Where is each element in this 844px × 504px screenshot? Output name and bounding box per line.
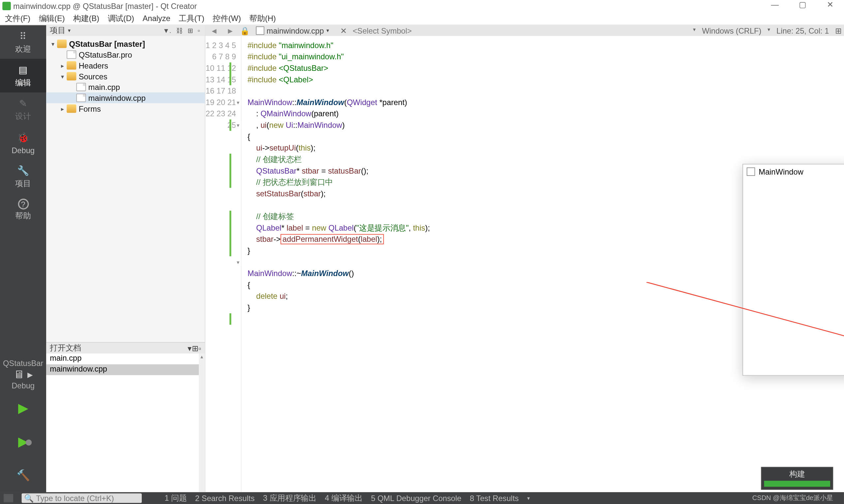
close-panel-icon[interactable]: ▫ [199, 344, 201, 353]
split-editor-icon[interactable]: ⊞ [835, 26, 842, 35]
nav-back-icon[interactable]: ◄ [208, 26, 220, 35]
app-icon [747, 167, 755, 176]
hammer-icon: 🔨 [16, 469, 30, 482]
run-button[interactable]: ▶ [0, 391, 46, 425]
file-icon [256, 26, 264, 35]
symbol-selector[interactable]: <Select Symbol> [353, 26, 412, 35]
editor-toolbar: ◄ ► 🔒 mainwindow.cpp ▾ ✕ <Select Symbol>… [205, 25, 844, 36]
running-app-window: MainWindow — ☐ ✕ 这是提示消息 [742, 164, 844, 376]
mode-welcome[interactable]: ⠿欢迎 [0, 25, 46, 59]
dropdown-icon[interactable]: ▾ [68, 28, 71, 34]
play-icon: ▶ [18, 400, 28, 416]
line-gutter: ▾ ▾ ▾ 1 2 3 4 5 6 7 8 9 10 11 12 13 14 1… [205, 36, 241, 492]
kit-selector[interactable]: QStatusBar 🖥 ▸ Debug [0, 358, 46, 391]
cpp-file-icon [76, 83, 86, 91]
menu-edit[interactable]: 编辑(E) [39, 13, 65, 24]
cpp-file-icon [76, 93, 86, 102]
build-button[interactable]: 🔨 [0, 458, 46, 492]
mode-debug[interactable]: 🐞Debug [0, 126, 46, 160]
filter-icon[interactable]: ▼. [161, 27, 172, 34]
tree-headers[interactable]: ▸Headers [46, 60, 205, 71]
wrench-icon: 🔧 [16, 164, 30, 177]
output-tab-qml[interactable]: 5 QML Debugger Console [371, 494, 461, 503]
pencil-icon: ✎ [16, 96, 30, 110]
folder-icon [67, 61, 76, 70]
tree-main-cpp[interactable]: main.cpp [46, 82, 205, 93]
navigation-panel: 项目 ▾ ▼. ⛓ ⊞ ▫ ▾QStatusBar [master] QStat… [46, 25, 205, 492]
locator-input[interactable]: 🔍 Type to locate (Ctrl+K) [22, 493, 142, 503]
help-icon: ? [18, 199, 29, 210]
mode-design[interactable]: ✎设计 [0, 93, 46, 126]
link-icon[interactable]: ⛓ [175, 27, 184, 34]
minimize-icon[interactable]: — [761, 0, 789, 9]
mode-sidebar: ⠿欢迎 ▤编辑 ✎设计 🐞Debug 🔧项目 ?帮助 QStatusBar 🖥 … [0, 25, 46, 492]
toggle-sidebar-icon[interactable] [4, 494, 13, 503]
app-logo-icon [2, 2, 11, 10]
open-docs-list[interactable]: main.cpp mainwindow.cpp ▴ [46, 354, 205, 492]
menu-tools[interactable]: 工具(T) [179, 13, 204, 24]
watermark-text: CSDN @海绵宝宝de派小星 [752, 493, 833, 502]
menu-build[interactable]: 构建(B) [73, 13, 99, 24]
progress-bar [764, 481, 830, 487]
preview-titlebar: MainWindow — ☐ ✕ [743, 164, 844, 179]
cursor-position[interactable]: Line: 25, Col: 1 [776, 26, 829, 35]
close-file-icon[interactable]: ✕ [338, 26, 349, 35]
editor-body[interactable]: ▾ ▾ ▾ 1 2 3 4 5 6 7 8 9 10 11 12 13 14 1… [205, 36, 844, 492]
lock-icon[interactable]: 🔒 [240, 26, 247, 35]
build-progress-popup[interactable]: 构建 [761, 467, 833, 490]
fold-icon[interactable]: ▾ [236, 100, 241, 105]
menu-widgets[interactable]: 控件(W) [213, 13, 241, 24]
fold-icon[interactable]: ▾ [236, 260, 241, 265]
menu-debug[interactable]: 调试(D) [108, 13, 134, 24]
scrollbar-up-icon[interactable]: ▴ [199, 354, 205, 359]
tree-mainwindow-cpp[interactable]: mainwindow.cpp [46, 93, 205, 104]
folder-icon [57, 39, 67, 48]
open-doc-item[interactable]: mainwindow.cpp [46, 364, 199, 375]
window-controls: — ▢ ✕ [761, 0, 844, 9]
document-icon: ▤ [16, 63, 30, 76]
menu-analyze[interactable]: Analyze [142, 14, 170, 23]
status-bar: 🔍 Type to locate (Ctrl+K) 1 问题 2 Search … [0, 492, 844, 504]
folder-icon [67, 104, 76, 113]
mode-help[interactable]: ?帮助 [0, 193, 46, 227]
mode-projects[interactable]: 🔧项目 [0, 160, 46, 193]
bug-icon: 🐞 [16, 131, 30, 144]
tree-sources[interactable]: ▾Sources [46, 71, 205, 82]
grid-icon: ⠿ [16, 29, 30, 42]
output-tab-test[interactable]: 8 Test Results [470, 494, 519, 503]
nav-fwd-icon[interactable]: ► [224, 26, 236, 35]
mode-edit[interactable]: ▤编辑 [0, 59, 46, 93]
search-icon: 🔍 [24, 494, 34, 503]
open-documents-panel: 打开文档 ▾ ⊞ ▫ main.cpp mainwindow.cpp ▴ [46, 342, 205, 492]
menu-file[interactable]: 文件(F) [5, 13, 31, 24]
fold-icon[interactable]: ▾ [236, 123, 241, 128]
window-titlebar: mainwindow.cpp @ QStatusBar [master] - Q… [0, 0, 844, 12]
split-icon[interactable]: ⊞ [192, 344, 199, 353]
run-debug-button[interactable]: ▶⬤ [0, 425, 46, 458]
open-doc-item[interactable]: main.cpp [46, 354, 199, 364]
project-tree[interactable]: ▾QStatusBar [master] QStatusBar.pro ▸Hea… [46, 36, 205, 342]
chevron-down-icon[interactable]: ▾ [527, 495, 530, 501]
close-panel-icon[interactable]: ▫ [196, 27, 201, 34]
output-tab-app[interactable]: 3 应用程序输出 [263, 493, 316, 504]
close-icon[interactable]: ✕ [816, 0, 844, 9]
output-tab-issues[interactable]: 1 问题 [165, 493, 187, 504]
monitor-icon: 🖥 ▸ [14, 368, 33, 381]
file-icon [67, 50, 76, 59]
project-panel-header: 项目 ▾ ▼. ⛓ ⊞ ▫ [46, 25, 205, 36]
tree-forms[interactable]: ▸Forms [46, 103, 205, 114]
window-title: mainwindow.cpp @ QStatusBar [master] - Q… [13, 2, 197, 11]
output-tab-search[interactable]: 2 Search Results [195, 494, 255, 503]
tree-pro-file[interactable]: QStatusBar.pro [46, 49, 205, 60]
folder-icon [67, 72, 76, 81]
dropdown-icon[interactable]: ▾ [188, 344, 192, 353]
line-ending[interactable]: Windows (CRLF) [702, 26, 761, 35]
open-docs-header: 打开文档 ▾ ⊞ ▫ [46, 343, 205, 354]
split-icon[interactable]: ⊞ [186, 27, 194, 35]
maximize-icon[interactable]: ▢ [789, 0, 816, 9]
play-bug-icon: ▶⬤ [18, 434, 28, 449]
menu-help[interactable]: 帮助(H) [249, 13, 276, 24]
current-file-tab[interactable]: mainwindow.cpp ▾ [251, 26, 334, 35]
tree-root[interactable]: ▾QStatusBar [master] [46, 38, 205, 49]
output-tab-compile[interactable]: 4 编译输出 [325, 493, 363, 504]
